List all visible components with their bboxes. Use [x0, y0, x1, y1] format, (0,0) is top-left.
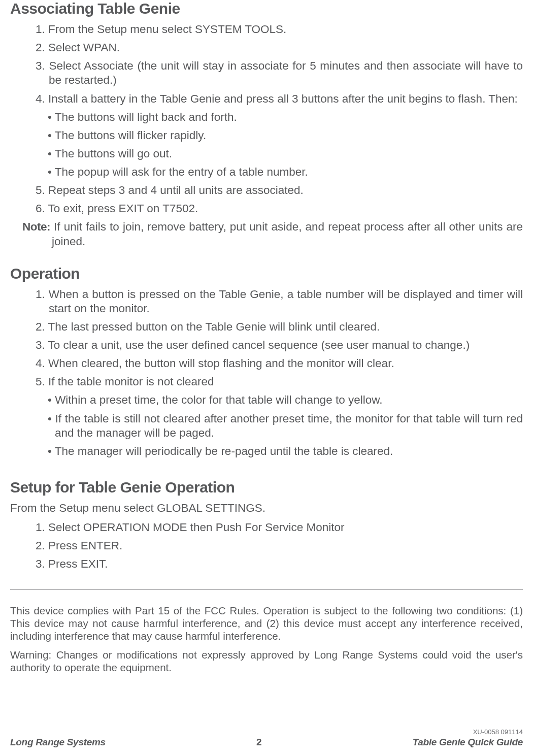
list-item: 4. Install a battery in the Table Genie … — [10, 92, 523, 106]
note: Note: If unit fails to join, remove batt… — [10, 220, 523, 248]
list-subitem: • The manager will periodically be re-pa… — [10, 444, 523, 458]
footer-left: Long Range Systems — [10, 737, 106, 748]
divider — [10, 589, 523, 590]
list-item: 3. Select Associate (the unit will stay … — [10, 59, 523, 87]
section-associating-body: 1. From the Setup menu select SYSTEM TOO… — [10, 22, 523, 249]
fcc-block: This device complies with Part 15 of the… — [10, 604, 523, 674]
intro-text: From the Setup menu select GLOBAL SETTIN… — [10, 501, 523, 515]
list-item: 2. The last pressed button on the Table … — [10, 320, 523, 334]
heading-associating: Associating Table Genie — [10, 0, 523, 17]
fcc-warning-text: Warning: Changes or modifications not ex… — [10, 648, 523, 674]
list-item: 1. When a button is pressed on the Table… — [10, 287, 523, 316]
list-item: 6. To exit, press EXIT on T7502. — [10, 202, 523, 216]
list-subitem: • The buttons will light back and forth. — [10, 110, 523, 124]
list-subitem: • The popup will ask for the entry of a … — [10, 165, 523, 179]
list-item: 2. Press ENTER. — [10, 539, 523, 553]
list-item: 4. When cleared, the button will stop fl… — [10, 356, 523, 371]
list-subitem: • The buttons will flicker rapidly. — [10, 128, 523, 143]
section-setup-body: From the Setup menu select GLOBAL SETTIN… — [10, 501, 523, 572]
list-item: 2. Select WPAN. — [10, 41, 523, 55]
list-subitem: • The buttons will go out. — [10, 147, 523, 161]
document-id: XU-0058 091114 — [473, 728, 523, 736]
heading-operation: Operation — [10, 264, 523, 282]
page-footer: Long Range Systems 2 Table Genie Quick G… — [10, 737, 523, 748]
list-item: 3. Press EXIT. — [10, 557, 523, 571]
note-text: If unit fails to join, remove battery, p… — [50, 220, 523, 247]
list-subitem: • If the table is still not cleared afte… — [10, 412, 523, 440]
list-item: 1. Select OPERATION MODE then Push For S… — [10, 520, 523, 535]
list-item: 5. Repeat steps 3 and 4 until all units … — [10, 183, 523, 198]
heading-setup: Setup for Table Genie Operation — [10, 478, 523, 496]
list-item: 3. To clear a unit, use the user defined… — [10, 338, 523, 352]
footer-page-number: 2 — [256, 737, 261, 748]
list-item: 1. From the Setup menu select SYSTEM TOO… — [10, 22, 523, 37]
note-label: Note: — [22, 220, 50, 233]
footer-right: Table Genie Quick Guide — [413, 737, 523, 748]
section-operation-body: 1. When a button is pressed on the Table… — [10, 287, 523, 458]
list-subitem: • Within a preset time, the color for th… — [10, 393, 523, 407]
list-item: 5. If the table monitor is not cleared — [10, 375, 523, 389]
fcc-compliance-text: This device complies with Part 15 of the… — [10, 604, 523, 642]
